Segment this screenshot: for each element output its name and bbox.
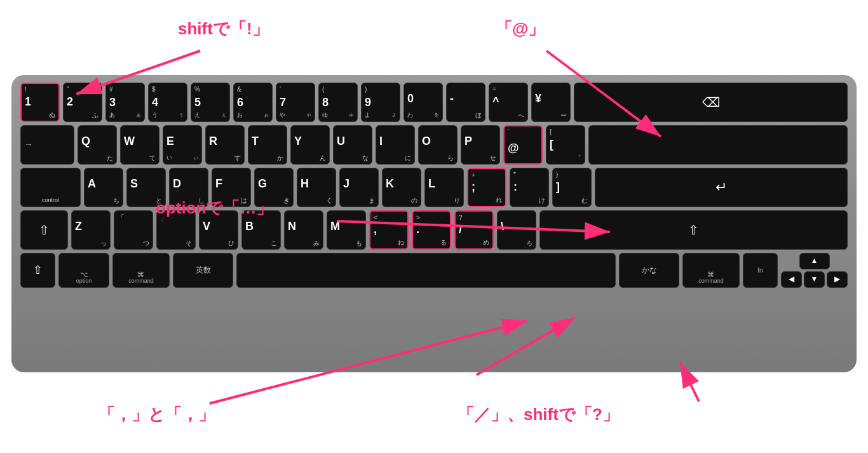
key-n[interactable]: N み: [284, 210, 323, 250]
key-kana[interactable]: かな: [619, 253, 679, 288]
key-1[interactable]: ! 1 ぬ: [20, 83, 60, 122]
key-eisu[interactable]: 英数: [173, 253, 233, 288]
key-slash[interactable]: ? / め: [454, 210, 494, 250]
key-backspace[interactable]: ⌫: [574, 83, 848, 122]
key-arr-up[interactable]: ▲: [799, 253, 830, 269]
key-fn[interactable]: fn: [743, 253, 778, 288]
annotation-at-label: 「@」: [496, 18, 545, 40]
key-space[interactable]: [236, 253, 616, 288]
key-control[interactable]: control: [20, 168, 81, 207]
key-lbracket[interactable]: { [ 「: [546, 125, 585, 165]
key-l[interactable]: L り: [424, 168, 464, 207]
annotation-option-label: optionで「…」: [156, 197, 273, 219]
keyboard-row-1: ! 1 ぬ " 2 ふ # 3 あぁ $ 4 うぅ % 5 えぇ & 6 おぉ: [20, 83, 848, 122]
key-9[interactable]: ) 9 よょ: [361, 83, 400, 122]
key-command-left[interactable]: ⌘ command: [112, 253, 170, 288]
arrow-key-group: ▲ ◀ ▼ ▶: [781, 253, 848, 288]
key-e[interactable]: E いぃ: [163, 125, 202, 165]
key-h[interactable]: H く: [297, 168, 336, 207]
key-u[interactable]: U な: [333, 125, 372, 165]
key-fn-shift[interactable]: ⇧: [20, 253, 55, 288]
key-arr-down[interactable]: ▼: [804, 271, 825, 288]
key-period[interactable]: > . る: [412, 210, 451, 250]
key-o[interactable]: O ら: [418, 125, 458, 165]
key-w[interactable]: W て: [120, 125, 159, 165]
key-lshift[interactable]: ⇧: [20, 210, 68, 250]
keyboard-row-2: → Q た W て E いぃ R す T か Y ん: [20, 125, 848, 165]
key-8[interactable]: ( 8 ゆゅ: [318, 83, 358, 122]
key-enter[interactable]: ↵: [595, 168, 848, 207]
key-y[interactable]: Y ん: [290, 125, 330, 165]
key-rshift[interactable]: ⇧: [539, 210, 848, 250]
key-option[interactable]: ⌥ option: [58, 253, 109, 288]
key-7[interactable]: ' 7 やゃ: [276, 83, 315, 122]
key-i[interactable]: I に: [376, 125, 415, 165]
key-5[interactable]: % 5 えぇ: [191, 83, 230, 122]
key-colon[interactable]: * : け: [510, 168, 549, 207]
keyboard-row-4: ⇧ Z っ 「 つ 」 そ V ひ B こ N み: [20, 210, 848, 250]
key-4[interactable]: $ 4 うぅ: [148, 83, 187, 122]
key-semicolon[interactable]: + ; れ: [467, 168, 506, 207]
key-backslash[interactable]: \ ろ: [497, 210, 536, 250]
key-enter-partial[interactable]: [588, 125, 848, 165]
key-0[interactable]: 0 わを: [403, 83, 443, 122]
annotation-comma-period-label: 「，」と「，」: [98, 403, 215, 426]
key-command-right[interactable]: ⌘ command: [682, 253, 740, 288]
key-rbracket[interactable]: } ] む: [552, 168, 592, 207]
key-a[interactable]: A ち: [84, 168, 123, 207]
key-z[interactable]: Z っ: [71, 210, 111, 250]
key-3[interactable]: # 3 あぁ: [105, 83, 145, 122]
key-caret[interactable]: = ^ へ: [489, 83, 528, 122]
key-yen[interactable]: ¥ ー: [531, 83, 571, 122]
key-6[interactable]: & 6 おぉ: [233, 83, 273, 122]
key-arr-right[interactable]: ▶: [827, 271, 848, 288]
keyboard-background: ! 1 ぬ " 2 ふ # 3 あぁ $ 4 うぅ % 5 えぇ & 6 おぉ: [11, 75, 857, 372]
key-t[interactable]: T か: [248, 125, 287, 165]
key-q[interactable]: Q た: [78, 125, 117, 165]
key-r[interactable]: R す: [205, 125, 245, 165]
keyboard-row-5: ⇧ ⌥ option ⌘ command 英数 かな ⌘ command: [20, 253, 848, 288]
key-m[interactable]: M も: [327, 210, 366, 250]
key-p[interactable]: P せ: [461, 125, 500, 165]
key-x[interactable]: 「 つ: [114, 210, 153, 250]
key-tab[interactable]: →: [20, 125, 74, 165]
key-arr-left[interactable]: ◀: [781, 271, 802, 288]
keyboard-row-3: control A ち S と D し F は G き H: [20, 168, 848, 207]
key-2[interactable]: " 2 ふ: [63, 83, 102, 122]
key-j[interactable]: J ま: [339, 168, 379, 207]
key-k[interactable]: K の: [382, 168, 421, 207]
annotation-slash-label: 「／」、shiftで「?」: [458, 403, 619, 426]
annotation-shift-label: shiftで「!」: [178, 18, 269, 40]
key-at[interactable]: ` @: [503, 125, 543, 165]
key-minus[interactable]: - ほ: [446, 83, 485, 122]
key-comma[interactable]: < , ね: [369, 210, 409, 250]
